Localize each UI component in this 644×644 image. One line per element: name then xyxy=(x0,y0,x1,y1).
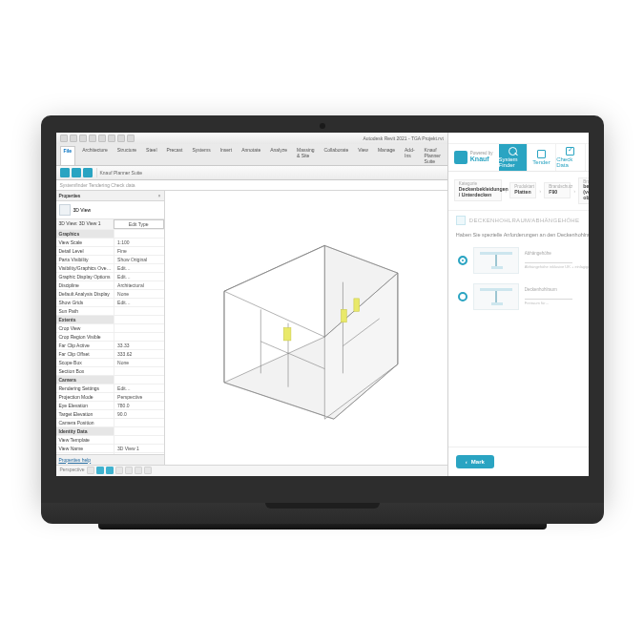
ceiling-option[interactable]: DeckenhohlraumFreiraum für… xyxy=(458,283,589,310)
property-value[interactable]: Show Original xyxy=(114,256,163,263)
edit-type-button[interactable]: Edit Type xyxy=(114,219,164,229)
qat-button-icon[interactable] xyxy=(60,135,68,142)
property-value[interactable]: Fine xyxy=(114,247,163,255)
value-input[interactable] xyxy=(525,293,572,300)
ribbon-tab[interactable]: Architecture xyxy=(79,146,111,165)
tab-settings[interactable]: Settings xyxy=(586,144,589,171)
ribbon-icon[interactable] xyxy=(60,168,70,177)
chk-icon xyxy=(566,147,574,156)
property-group: Graphics xyxy=(56,230,115,238)
status-icon[interactable] xyxy=(96,467,104,474)
ribbon-tab[interactable]: Analyze xyxy=(267,146,290,165)
property-value[interactable]: 333.62 xyxy=(114,350,163,358)
properties-help-link[interactable]: Properties help xyxy=(56,454,164,465)
tab-system-finder[interactable]: System Finder xyxy=(499,144,528,171)
chevron-left-icon: ‹ xyxy=(466,459,467,465)
ribbon-tab[interactable]: Knauf Planner Suite xyxy=(422,146,444,165)
type-name: 3D View xyxy=(73,207,92,213)
ribbon-tab[interactable]: Insert xyxy=(218,146,236,165)
camera-dot xyxy=(320,123,325,129)
status-icon[interactable] xyxy=(144,467,152,474)
status-icon[interactable] xyxy=(125,467,133,474)
field-label: Abhängehöhe xyxy=(525,251,589,256)
qat-button-icon[interactable] xyxy=(108,135,115,142)
ribbon-tab[interactable]: Annotate xyxy=(239,146,263,165)
qat-button-icon[interactable] xyxy=(89,135,96,142)
filter-crumb[interactable]: Brandrichtungbeide (von oben…) xyxy=(578,177,588,204)
property-value[interactable]: Edit… xyxy=(114,299,163,306)
ribbon-tab[interactable]: Precast xyxy=(164,146,186,165)
status-icon[interactable] xyxy=(106,467,114,474)
ribbon-tab[interactable]: Massing & Site xyxy=(294,146,318,165)
status-icon[interactable] xyxy=(115,467,123,474)
ribbon-tab[interactable]: Systems xyxy=(189,146,213,165)
qat-button-icon[interactable] xyxy=(117,135,125,142)
status-icon[interactable] xyxy=(135,467,142,474)
property-value[interactable]: 1:100 xyxy=(114,239,163,246)
filter-crumb[interactable]: KategorieDeckenbekleidungen / Unterdecke… xyxy=(454,179,502,200)
properties-palette: Properties × 3D View 3D View: 3D View 1 … xyxy=(56,191,165,465)
type-selector[interactable]: 3D View xyxy=(56,201,164,219)
filter-crumb[interactable]: BrandschutzF90 xyxy=(544,182,571,198)
ribbon-icon[interactable] xyxy=(83,168,93,177)
property-value[interactable]: 780.0 xyxy=(114,402,163,409)
property-value[interactable]: Edit… xyxy=(114,384,163,392)
qat-button-icon[interactable] xyxy=(98,135,106,142)
ribbon-tabs[interactable]: File Architecture Structure Steel Precas… xyxy=(56,144,447,165)
property-value[interactable]: None xyxy=(114,359,163,366)
close-icon[interactable]: × xyxy=(158,193,161,198)
option-diagram xyxy=(473,283,519,310)
mark-button[interactable]: ‹ Mark xyxy=(456,455,494,468)
tab-check-data[interactable]: Check Data xyxy=(556,144,585,171)
property-name: Far Clip Active xyxy=(56,342,115,349)
tab-tender[interactable]: Tender xyxy=(528,144,556,171)
section-icon xyxy=(456,216,466,225)
quick-access-toolbar[interactable] xyxy=(60,135,135,142)
property-value[interactable]: Edit… xyxy=(114,273,163,280)
crumb-value: Platten xyxy=(514,190,531,196)
qat-button-icon[interactable] xyxy=(127,135,135,142)
property-value[interactable] xyxy=(114,307,163,315)
property-value[interactable]: 90.0 xyxy=(114,410,163,418)
property-value[interactable]: Edit… xyxy=(114,264,163,272)
brand-logo: Powered by Knauf xyxy=(448,144,499,171)
crumb-value: F90 xyxy=(549,190,566,196)
ribbon-tab[interactable]: View xyxy=(355,146,371,165)
ceiling-option[interactable]: AbhängehöheAbhängehöhe inklusive UK + ei… xyxy=(458,247,589,274)
panel-window-controls: — ▢ ✕ xyxy=(448,133,589,144)
property-value[interactable]: 33.33 xyxy=(114,342,163,349)
property-value[interactable]: Architectural xyxy=(114,281,163,289)
ribbon-tab[interactable]: Structure xyxy=(114,146,139,165)
property-value[interactable]: None xyxy=(114,290,163,298)
field-note: Freiraum für… xyxy=(525,301,572,305)
mark-button-label: Mark xyxy=(471,459,485,465)
ribbon-icon[interactable] xyxy=(72,168,81,177)
property-value[interactable]: Perspective xyxy=(114,393,163,401)
status-icon[interactable] xyxy=(87,467,94,474)
instance-name: 3D View: 3D View 1 xyxy=(56,219,114,229)
property-value[interactable] xyxy=(114,324,163,332)
viewport-3d[interactable] xyxy=(165,191,447,465)
ribbon-tab[interactable]: Steel xyxy=(143,146,159,165)
property-value[interactable] xyxy=(114,419,163,426)
crumb-value: beide (von oben…) xyxy=(583,184,588,200)
property-value[interactable] xyxy=(114,333,163,341)
palette-header: Properties × xyxy=(56,191,164,201)
palette-title: Properties xyxy=(59,193,81,198)
ribbon-tab[interactable]: Add-Ins xyxy=(402,146,418,165)
property-name: View Template xyxy=(56,436,115,444)
cube-icon xyxy=(59,204,71,216)
ribbon-tab[interactable]: Collaborate xyxy=(322,146,352,165)
tab-label: Check Data xyxy=(556,156,584,168)
radio-icon[interactable] xyxy=(458,256,467,265)
qat-button-icon[interactable] xyxy=(79,135,87,142)
ribbon-tab-file[interactable]: File xyxy=(60,146,76,165)
qat-button-icon[interactable] xyxy=(70,135,77,142)
filter-crumb[interactable]: ProduktartPlatten xyxy=(509,182,536,198)
property-value[interactable] xyxy=(114,367,163,375)
property-value[interactable]: 3D View 1 xyxy=(114,445,163,452)
ribbon-tab[interactable]: Manage xyxy=(375,146,398,165)
property-value[interactable] xyxy=(114,436,163,444)
radio-icon[interactable] xyxy=(458,292,467,301)
value-input[interactable] xyxy=(525,257,572,263)
